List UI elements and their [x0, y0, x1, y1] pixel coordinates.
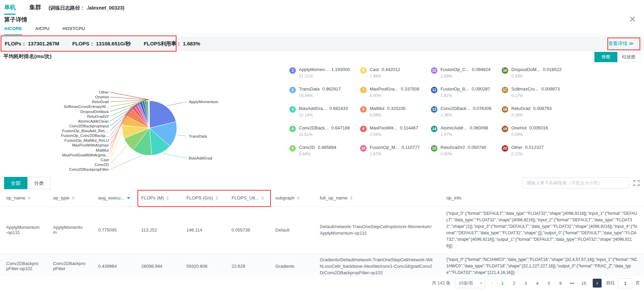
pie-label: FusionOp_MatMul_ReLU — [64, 138, 109, 142]
next-page-button[interactable]: › — [593, 279, 602, 288]
cell-subgraph: Default — [269, 206, 314, 253]
cell-op_info: {"input_0":{"format":"NC1HWC0","data_typ… — [440, 253, 644, 277]
sort-down-icon — [215, 198, 218, 200]
table-header-cell-op_type[interactable]: op_type — [47, 190, 92, 206]
view-details-link[interactable]: 查看详情 ≫ — [608, 41, 634, 47]
cell-op_name: Conv2DBackpropFilter-op102 — [0, 253, 47, 277]
page-number-1[interactable]: 1 — [498, 281, 507, 286]
sort-up-icon — [28, 196, 30, 198]
pie-label-line — [110, 92, 149, 100]
legend-name-value: Cast0.442012 — [370, 67, 400, 72]
table-header-cell-flops_gs[interactable]: FLOPS (G/s) — [180, 190, 225, 206]
legend-item[interactable]: 18ReluGrad0.0087930.16% — [502, 106, 573, 125]
mode-tab-inactive[interactable]: 集群 — [29, 3, 41, 15]
table-row[interactable]: Conv2DBackpropFilter-op102Conv2DBackprop… — [0, 253, 644, 277]
table-header-cell-subgraph[interactable]: subgraph — [269, 190, 314, 206]
table-header-cell-op_name[interactable]: op_name — [0, 190, 47, 206]
filter-tab-category[interactable]: 分类 — [27, 177, 51, 189]
page-title: 算子详情 — [4, 16, 27, 24]
cell-op_type: Conv2DBackpropFilter — [47, 253, 92, 277]
page-number-5[interactable]: 5 — [544, 281, 553, 286]
legend-item[interactable]: 8MatMul0.3202355.69% — [360, 106, 431, 125]
legend-name-value: MaxPoolGra...0.337508 — [370, 86, 419, 92]
pie-label: ReluGrad — [92, 100, 109, 104]
legend-item[interactable]: 4Conv2DBack...0.64718811.51% — [289, 125, 360, 145]
table-header-cell-full_op_name[interactable]: full_op_name — [314, 190, 440, 206]
table-header-row: op_nameop_typeavg_execu...FLOPs (M)FLOPS… — [0, 190, 644, 206]
legend-item[interactable]: 10FusionOp_M...0.1107771.97% — [360, 145, 431, 164]
legend-item[interactable]: 7MaxPoolGra...0.3375086.00% — [360, 86, 431, 106]
page-number-3[interactable]: 3 — [521, 281, 530, 286]
legend-item[interactable]: 15ReluGradV20.0507400.90% — [431, 145, 502, 164]
pie-label: FusionOp_Conv2DBackp... — [61, 134, 109, 138]
page-number-2[interactable]: 2 — [510, 281, 518, 286]
pie-label: Cast — [101, 158, 109, 162]
legend-item[interactable]: 1ApplyMomen...1.19300021.21% — [289, 67, 360, 86]
page-number-4[interactable]: 4 — [533, 281, 542, 286]
legend-rank-badge: 3 — [289, 106, 296, 113]
table-header-cell-flops_m[interactable]: FLOPs (M) — [135, 190, 180, 206]
goto-page-input[interactable] — [618, 278, 633, 288]
prev-page-button[interactable]: ‹ — [490, 280, 494, 287]
pie-label: AtomicAddrClean — [78, 119, 109, 123]
legend-item[interactable]: 13Conv2DBack...0.0763061.36% — [431, 106, 502, 125]
search-input[interactable] — [527, 180, 625, 185]
table-row[interactable]: ApplyMomentum-op131ApplyMomentum0.775095… — [0, 206, 644, 253]
cell-subgraph: Gradients — [269, 253, 314, 277]
legend-item[interactable]: 12FusionOp_B...0.0902871.61% — [431, 86, 502, 106]
bar-chart-button[interactable]: 柱状图 — [617, 52, 640, 62]
pie-label-line — [110, 145, 127, 165]
legend-name-value: Conv2DBack...0.076306 — [441, 106, 491, 111]
legend-rank-badge: 13 — [431, 106, 437, 113]
legend-percent: 0.09% — [511, 132, 548, 137]
legend-item[interactable]: 11FusionOp_C...0.0949241.69% — [431, 67, 502, 86]
legend-percent: 0.16% — [511, 113, 552, 117]
legend-item[interactable]: 19OneHot0.0050160.09% — [502, 125, 573, 145]
page-size-select[interactable]: 10条/页 — [455, 278, 486, 288]
fullscreen-expand-icon[interactable] — [633, 180, 640, 186]
operator-details-panel: 单机集群 (训练日志路径： ./alexnet_00323) 算子详情 × AI… — [0, 0, 644, 292]
sort-up-icon — [166, 196, 169, 198]
close-icon[interactable]: × — [629, 13, 636, 25]
cell-op_info: {"input_0":{"format":"DEFAULT","data_typ… — [440, 206, 644, 253]
tab-hostcpu[interactable]: HOSTCPU — [63, 26, 85, 35]
training-log-path: (训练日志路径： ./alexnet_00323) — [49, 5, 124, 11]
pie-chart[interactable]: OtherOneHotReluGradSoftmaxCrossEntropyW.… — [0, 51, 267, 178]
legend-name-value: SoftmaxCro...0.009873 — [511, 86, 560, 92]
summary-stat: FLOPs： 137301.267M — [5, 41, 59, 47]
tab-aicore[interactable]: AICORE — [4, 26, 22, 35]
page-number-6[interactable]: 6 — [556, 281, 565, 286]
legend-name-value: ReluGrad0.008793 — [511, 106, 552, 111]
cell-flops_util: 22.629 — [225, 253, 269, 277]
pagination-bar: 共 142 条 10条/页 ‹ 123456•••15 › 前往 页 — [0, 277, 640, 289]
pie-label: Conv2DBackpropFilter — [69, 167, 109, 171]
legend-name-value: Other0.012327 — [511, 145, 544, 150]
legend-item[interactable]: 5Conv2D0.4858948.64% — [289, 145, 360, 164]
legend-item[interactable]: 9MaxPoolWit...0.1144672.04% — [360, 125, 431, 145]
pie-chart-button[interactable]: 饼图 — [594, 52, 617, 62]
table-header-cell-avg_time[interactable]: avg_execu... — [92, 190, 135, 206]
legend-rank-badge: 1 — [289, 67, 296, 74]
tab-aicpu[interactable]: AICPU — [35, 26, 50, 35]
legend-percent: 0.33% — [511, 74, 562, 79]
legend-item[interactable]: 14AtomicAddr...0.0600981.07% — [431, 125, 502, 145]
filter-tab-all[interactable]: 全部 — [4, 177, 27, 189]
legend-item[interactable]: 17SoftmaxCro...0.0098730.17% — [502, 86, 573, 106]
mode-tab-active[interactable]: 单机 — [4, 3, 16, 15]
cell-flops_gs: 59320.606 — [180, 253, 225, 277]
legend-item[interactable]: 16DropoutDoM...0.0185220.33% — [502, 67, 573, 86]
legend-item[interactable]: 3BiasAddGra...0.68243312.14% — [289, 106, 360, 125]
sort-down-icon — [350, 198, 353, 200]
pie-label: SoftmaxCrossEntropyW... — [64, 105, 109, 109]
legend-percent: 7.86% — [370, 74, 400, 79]
legend-item[interactable]: 2TransData0.86291715.34% — [289, 86, 360, 106]
legend-rank-badge: 9 — [360, 126, 367, 132]
cell-op_name: ApplyMomentum-op131 — [0, 206, 47, 253]
legend-rank-badge: 19 — [502, 126, 508, 132]
legend-item[interactable]: 6Cast0.4420127.86% — [360, 67, 431, 86]
legend-item[interactable]: 20Other0.0123270.22% — [502, 145, 573, 164]
legend-percent: 8.64% — [299, 152, 336, 156]
pie-label-line — [162, 153, 187, 158]
table-header-cell-flops_util[interactable]: FLOPS_Uti... — [225, 190, 269, 206]
page-number-15[interactable]: 15 — [579, 281, 588, 286]
